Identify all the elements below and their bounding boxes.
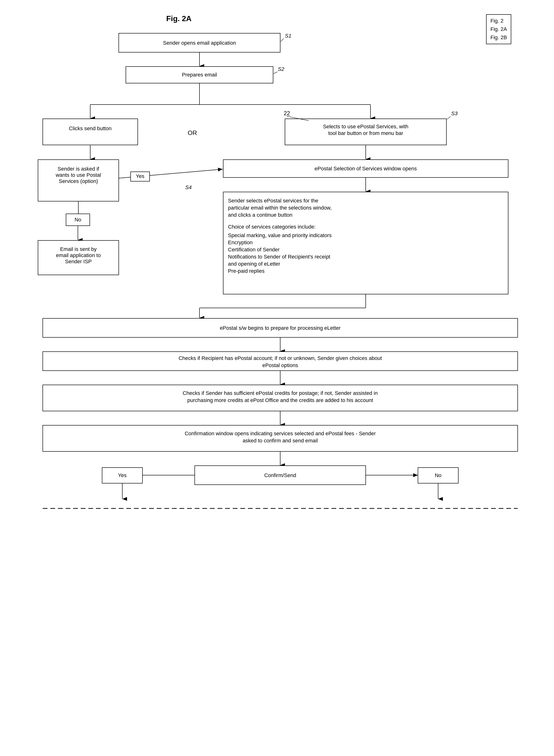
email-sent-text2: email application to — [56, 252, 101, 258]
confirm-send-text: Confirm/Send — [264, 472, 296, 478]
checks-sender-text1: Checks if Sender has sufficient ePostal … — [183, 390, 378, 396]
selects-epostal-text2: tool bar button or from menu bar — [328, 130, 403, 136]
yes-btn-text: Yes — [118, 472, 126, 478]
selects-epostal-text1: Selects to use ePostal Services, with — [323, 123, 408, 130]
s3-label: S3 — [451, 110, 458, 116]
services-box-text4: Choice of services categories include: — [228, 224, 316, 230]
checks-recipient-text2: ePostal options — [262, 362, 298, 368]
svg-line-13 — [447, 116, 451, 119]
checks-sender-text2: purchasing more credits at ePost Office … — [187, 397, 373, 403]
or-label: OR — [188, 129, 197, 136]
services-box-text7: Certification of Sender — [228, 247, 280, 253]
epostal-selection-text: ePostal Selection of Services window ope… — [315, 166, 417, 171]
step2-text: Prepares email — [182, 72, 217, 78]
step1-text: Sender opens email application — [163, 40, 236, 46]
svg-line-4 — [274, 72, 277, 73]
asked-text1: Sender is asked if — [58, 166, 100, 172]
confirmation-text2: asked to confirm and send email — [243, 438, 318, 444]
services-box-text5: Special marking, value and priority indi… — [228, 232, 332, 238]
fig-title: Fig. 2A — [166, 14, 530, 23]
services-box-text3: and clicks a continue button — [228, 212, 292, 218]
svg-line-1 — [281, 39, 284, 42]
no-label: No — [74, 217, 81, 222]
confirmation-text1: Confirmation window opens indicating ser… — [185, 431, 376, 437]
email-sent-text1: Email is sent by — [60, 246, 97, 252]
asked-text3: Services (option) — [59, 178, 98, 184]
checks-recipient-text1: Checks if Recipient has ePostal account;… — [178, 355, 382, 361]
asked-text2: wants to use Postal — [56, 172, 101, 178]
email-sent-text3: Sender ISP — [65, 258, 92, 264]
services-box-text10: Pre-paid replies — [228, 268, 265, 274]
epostal-sw-text: ePostal s/w begins to prepare for proces… — [220, 325, 341, 331]
s1-label: S1 — [285, 33, 291, 39]
services-box-text8: Notifications to Sender of Recipient's r… — [228, 254, 330, 260]
svg-rect-10 — [43, 119, 138, 145]
services-box-text9: and opening of eLetter — [228, 261, 280, 267]
s4-label: S4 — [185, 184, 191, 190]
services-box-text1: Sender selects ePostal services for the — [228, 198, 318, 204]
no-btn-text: No — [435, 472, 441, 478]
clicks-send-text: Clicks send button — [69, 125, 112, 132]
ref22-label: 22 — [284, 110, 290, 116]
s2-label: S2 — [278, 66, 284, 72]
yes-label: Yes — [136, 173, 145, 179]
services-box-text2: particular email within the selections w… — [228, 205, 332, 211]
services-box-text6: Encryption — [228, 240, 253, 245]
